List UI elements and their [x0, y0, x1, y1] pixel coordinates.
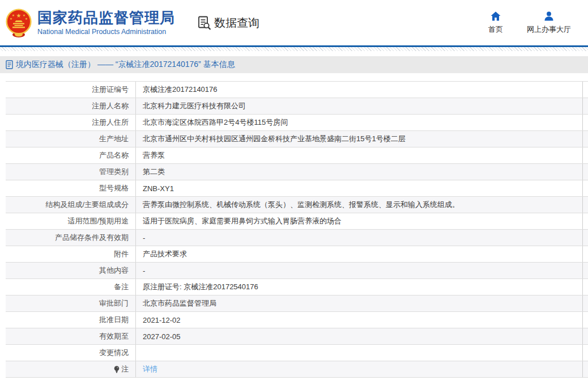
svg-text:★: ★ [16, 12, 22, 19]
svg-text:★: ★ [10, 17, 12, 20]
nav-online-hall[interactable]: 网上办事大厅 [527, 11, 571, 35]
row-label: 生产地址 [6, 131, 136, 147]
spacer [0, 51, 588, 56]
row-label: 附件 [6, 246, 136, 262]
row-label: 注册人住所 [6, 115, 136, 130]
document-icon [6, 60, 13, 69]
svg-text:★: ★ [25, 17, 28, 20]
table-row: 注册证编号京械注准20172140176 [6, 82, 588, 98]
hatch-strip [0, 47, 588, 51]
row-value: 北京市通州区中关村科技园区通州园金桥科技产业基地景盛南二街15号1号楼二层 [136, 131, 583, 147]
page-title-bar: 境内医疗器械（注册） —— “京械注准20172140176” 基本信息 [0, 56, 588, 73]
row-value: 2027-02-05 [136, 328, 583, 344]
table-row: 产品名称营养泵 [6, 147, 588, 164]
row-value: 适用于医院病房、家庭需要用鼻饲方式输入胃肠营养液的场合 [136, 213, 583, 229]
table-row: 适用范围/预期用途适用于医院病房、家庭需要用鼻饲方式输入胃肠营养液的场合 [6, 213, 588, 230]
table-row: 注详情 [6, 361, 588, 378]
row-label: 管理类别 [6, 164, 136, 180]
row-label: 注册证编号 [6, 82, 136, 98]
row-edge-sliver [583, 197, 588, 213]
row-value: 2021-12-02 [136, 312, 583, 328]
row-value: 产品技术要求 [136, 246, 583, 262]
table-row: 生产地址北京市通州区中关村科技园区通州园金桥科技产业基地景盛南二街15号1号楼二… [6, 131, 588, 147]
row-label: 型号规格 [6, 180, 136, 196]
row-label: 结构及组成/主要组成成分 [6, 197, 136, 213]
row-edge-sliver [583, 131, 588, 147]
row-label: 适用范围/预期用途 [6, 213, 136, 229]
row-label: 审批部门 [6, 295, 136, 311]
table-row: 结构及组成/主要组成成分营养泵由微控制系统、机械传动系统（泵头）、监测检测系统、… [6, 197, 588, 213]
row-edge-sliver [583, 230, 588, 246]
table-row: 产品储存条件及有效期- [6, 230, 588, 246]
row-label: 有效期至 [6, 328, 136, 344]
row-edge-sliver [583, 295, 588, 311]
data-query-label: 数据查询 [214, 15, 259, 31]
row-edge-sliver [583, 345, 588, 361]
document-search-icon [197, 15, 212, 31]
site-header: ★ ★ ★ ★ ★ 国家药品监督管理局 National Medical Pro… [0, 0, 588, 45]
row-value: 营养泵由微控制系统、机械传动系统（泵头）、监测检测系统、报警系统、显示和输入系统… [136, 197, 583, 213]
table-row: 附件产品技术要求 [6, 246, 588, 263]
table-row: 有效期至2027-02-05 [6, 328, 588, 345]
table-row: 型号规格ZNB-XY1 [6, 180, 588, 197]
nav-online-hall-label: 网上办事大厅 [527, 24, 571, 35]
info-table: 注册证编号京械注准20172140176注册人名称北京科力建元医疗科技有限公司注… [6, 81, 588, 378]
row-label: 注册人名称 [6, 98, 136, 114]
row-label: 备注 [6, 279, 136, 295]
row-edge-sliver [583, 147, 588, 163]
svg-text:★: ★ [23, 14, 25, 17]
row-edge-sliver [583, 115, 588, 130]
row-value: 京械注准20172140176 [136, 82, 583, 98]
row-label: 注 [6, 361, 136, 377]
row-label: 其他内容 [6, 263, 136, 278]
row-edge-sliver [583, 180, 588, 196]
row-edge-sliver [583, 98, 588, 114]
row-edge-sliver [583, 164, 588, 180]
row-edge-sliver [583, 82, 588, 98]
spacer [0, 73, 588, 81]
user-icon [544, 11, 554, 21]
detail-link[interactable]: 详情 [143, 364, 157, 374]
row-edge-sliver [583, 361, 588, 377]
top-right-nav: 首页 网上办事大厅 [488, 11, 571, 35]
table-row: 变更情况 [6, 345, 588, 361]
row-value: ZNB-XY1 [136, 180, 583, 196]
table-row: 备注原注册证号: 京械注准20172540176 [6, 279, 588, 295]
row-value: 北京科力建元医疗科技有限公司 [136, 98, 583, 114]
bulb-icon [114, 366, 120, 373]
table-row: 其他内容- [6, 263, 588, 279]
table-row: 注册人住所北京市海淀区体院西路甲2号4号楼115号房间 [6, 115, 588, 131]
row-edge-sliver [583, 279, 588, 295]
svg-text:★: ★ [12, 14, 15, 17]
table-row: 管理类别第二类 [6, 164, 588, 180]
row-value [136, 345, 583, 361]
row-edge-sliver [583, 312, 588, 328]
row-edge-sliver [583, 246, 588, 262]
table-row: 注册人名称北京科力建元医疗科技有限公司 [6, 98, 588, 115]
row-value: 北京市海淀区体院西路甲2号4号楼115号房间 [136, 115, 583, 130]
nav-home[interactable]: 首页 [488, 11, 503, 35]
row-value: 详情 [136, 361, 583, 377]
home-icon [491, 11, 501, 21]
row-value: - [136, 263, 583, 278]
org-name-cn: 国家药品监督管理局 [37, 10, 175, 27]
row-value: 原注册证号: 京械注准20172540176 [136, 279, 583, 295]
row-edge-sliver [583, 213, 588, 229]
row-label: 变更情况 [6, 345, 136, 361]
page-title: 境内医疗器械（注册） —— “京械注准20172140176” 基本信息 [16, 60, 235, 70]
national-emblem-icon: ★ ★ ★ ★ ★ [5, 8, 33, 39]
row-value: - [136, 230, 583, 246]
row-label: 产品名称 [6, 147, 136, 163]
org-name-en: National Medical Products Administration [37, 28, 175, 36]
row-value: 营养泵 [136, 147, 583, 163]
row-label: 批准日期 [6, 312, 136, 328]
row-value: 第二类 [136, 164, 583, 180]
site-logo[interactable]: ★ ★ ★ ★ ★ 国家药品监督管理局 National Medical Pro… [5, 7, 175, 39]
row-edge-sliver [583, 263, 588, 278]
nav-home-label: 首页 [488, 24, 503, 35]
table-row: 批准日期2021-12-02 [6, 312, 588, 328]
data-query-nav[interactable]: 数据查询 [197, 15, 259, 31]
row-edge-sliver [583, 328, 588, 344]
row-value: 北京市药品监督管理局 [136, 295, 583, 311]
table-row: 审批部门北京市药品监督管理局 [6, 295, 588, 312]
